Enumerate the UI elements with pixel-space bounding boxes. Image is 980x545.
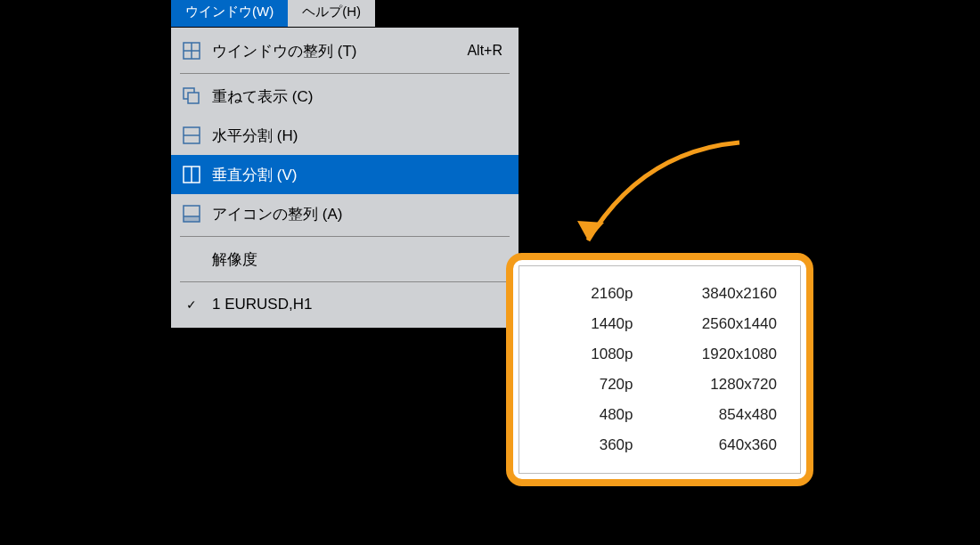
check-icon: ✓ — [182, 297, 201, 312]
cascade-icon — [182, 86, 201, 106]
menubar: ウインドウ(W) ヘルプ(H) — [171, 0, 375, 27]
arrange-icons-icon — [182, 204, 201, 224]
menu-label: アイコンの整列 (A) — [212, 204, 502, 224]
menu-label: 垂直分割 (V) — [212, 165, 502, 185]
menu-label: 重ねて表示 (C) — [212, 86, 502, 107]
resolution-option-360p[interactable]: 360p 640x360 — [543, 430, 777, 460]
resolution-name: 480p — [543, 406, 660, 424]
resolution-name: 2160p — [543, 285, 660, 303]
horizontal-split-icon — [182, 126, 201, 145]
resolution-size: 854x480 — [660, 406, 778, 424]
resolution-name: 1440p — [543, 315, 660, 333]
menu-tile-windows[interactable]: ウインドウの整列 (T) Alt+R — [171, 31, 519, 70]
vertical-split-icon — [182, 165, 201, 184]
menu-shortcut: Alt+R — [467, 43, 502, 59]
window-menu-dropdown: ウインドウの整列 (T) Alt+R 重ねて表示 (C) 水平分割 (H) 垂直… — [171, 27, 519, 328]
menu-label: 水平分割 (H) — [212, 126, 502, 146]
menubar-help[interactable]: ヘルプ(H) — [288, 0, 375, 27]
resolution-name: 360p — [543, 436, 660, 454]
resolution-list: 2160p 3840x2160 1440p 2560x1440 1080p 19… — [519, 265, 801, 474]
menu-separator — [180, 281, 510, 282]
resolution-size: 2560x1440 — [660, 315, 778, 333]
resolution-submenu-callout: 2160p 3840x2160 1440p 2560x1440 1080p 19… — [506, 253, 813, 486]
callout-arrow — [561, 134, 757, 267]
svg-rect-10 — [184, 216, 200, 222]
svg-rect-4 — [188, 93, 199, 103]
menu-separator — [180, 236, 510, 237]
resolution-option-1080p[interactable]: 1080p 1920x1080 — [543, 339, 777, 370]
resolution-size: 1280x720 — [660, 376, 778, 394]
tile-grid-icon — [182, 41, 201, 61]
resolution-size: 1920x1080 — [660, 346, 778, 363]
menu-horizontal-split[interactable]: 水平分割 (H) — [171, 116, 519, 155]
resolution-option-480p[interactable]: 480p 854x480 — [543, 400, 777, 430]
menu-cascade[interactable]: 重ねて表示 (C) — [171, 77, 519, 116]
resolution-size: 3840x2160 — [660, 285, 778, 303]
menu-resolution[interactable]: 解像度 — [171, 240, 519, 279]
svg-marker-12 — [577, 221, 604, 240]
resolution-size: 640x360 — [660, 436, 778, 454]
menu-separator — [180, 73, 510, 74]
resolution-option-1440p[interactable]: 1440p 2560x1440 — [543, 309, 777, 339]
menu-label: 解像度 — [212, 249, 502, 270]
menu-label: 1 EURUSD,H1 — [212, 296, 502, 313]
resolution-option-720p[interactable]: 720p 1280x720 — [543, 370, 777, 400]
blank-icon — [182, 249, 201, 269]
resolution-option-2160p[interactable]: 2160p 3840x2160 — [543, 279, 777, 309]
menu-vertical-split[interactable]: 垂直分割 (V) — [171, 155, 519, 194]
resolution-name: 720p — [543, 376, 660, 394]
menu-window-1[interactable]: ✓ 1 EURUSD,H1 — [171, 285, 519, 324]
resolution-name: 1080p — [543, 346, 660, 363]
menubar-window[interactable]: ウインドウ(W) — [171, 0, 288, 27]
menu-label: ウインドウの整列 (T) — [212, 41, 456, 61]
menu-arrange-icons[interactable]: アイコンの整列 (A) — [171, 194, 519, 233]
